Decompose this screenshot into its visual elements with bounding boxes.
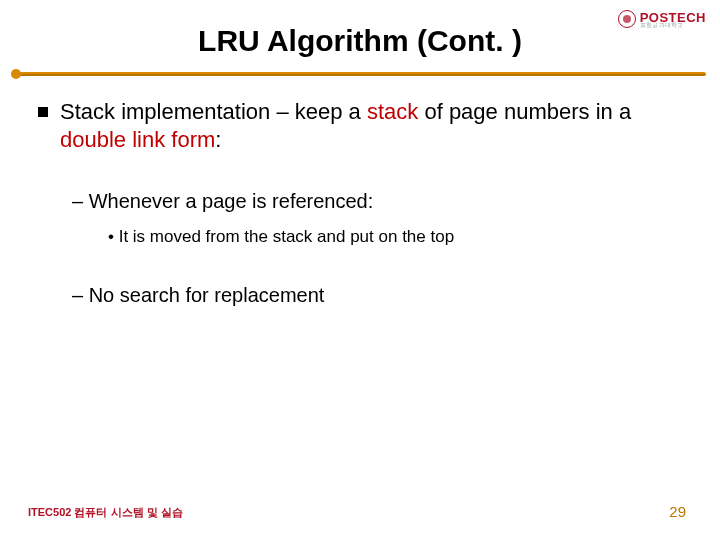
bullet-level1: Stack implementation – keep a stack of p… <box>38 98 682 153</box>
bullet-level3-a: • It is moved from the stack and put on … <box>108 226 682 247</box>
square-bullet-icon <box>38 107 48 117</box>
bullet-level2-a: – Whenever a page is referenced: <box>72 189 682 214</box>
bullet1-highlight2: double link form <box>60 127 215 152</box>
slide-title: LRU Algorithm (Cont. ) <box>0 24 720 58</box>
slide: POSTECH 포항공과대학교 LRU Algorithm (Cont. ) S… <box>0 0 720 540</box>
footer-course: ITEC502 컴퓨터 시스템 및 실습 <box>28 505 183 520</box>
bullet1-post: : <box>215 127 221 152</box>
slide-content: Stack implementation – keep a stack of p… <box>38 98 682 320</box>
bullet1-pre: Stack implementation – keep a <box>60 99 367 124</box>
bullet1-text: Stack implementation – keep a stack of p… <box>60 98 682 153</box>
bullet1-mid: of page numbers in a <box>418 99 631 124</box>
bullet1-highlight1: stack <box>367 99 418 124</box>
divider-dot-icon <box>11 69 21 79</box>
bullet-level2-b: – No search for replacement <box>72 283 682 308</box>
footer-page-number: 29 <box>669 503 686 520</box>
title-divider <box>14 72 706 76</box>
